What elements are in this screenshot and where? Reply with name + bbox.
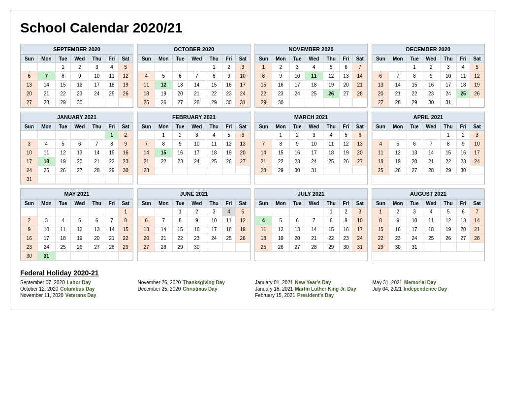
cal-day — [222, 166, 236, 175]
cal-day: 26 — [272, 243, 289, 252]
cal-day: 5 — [339, 131, 353, 140]
cal-day: 10 — [21, 149, 38, 157]
cal-day: 18 — [323, 149, 339, 157]
day-header-thu: Thu — [440, 123, 456, 131]
holiday-column: November 26, 2020Thanksgiving DayDecembe… — [138, 280, 251, 299]
cal-day: 4 — [323, 131, 339, 140]
cal-day: 21 — [422, 157, 440, 166]
cal-day — [353, 166, 367, 175]
day-header-sun: Sun — [21, 55, 38, 63]
cal-day: 29 — [323, 243, 339, 252]
cal-day: 3 — [206, 208, 222, 216]
cal-day: 27 — [290, 243, 305, 252]
day-header-thu: Thu — [89, 200, 105, 208]
cal-day: 18 — [56, 234, 71, 243]
cal-day: 9 — [339, 216, 353, 225]
cal-day: 4 — [206, 131, 222, 140]
cal-day: 17 — [206, 225, 222, 234]
day-header-mon: Mon — [272, 200, 289, 208]
day-header-mon: Mon — [37, 123, 55, 131]
cal-day: 20 — [407, 157, 422, 166]
day-header-sat: Sat — [236, 55, 250, 63]
day-header-tue: Tue — [290, 55, 305, 63]
cal-day: 21 — [188, 90, 206, 98]
day-header-fri: Fri — [222, 55, 236, 63]
cal-day: 16 — [222, 81, 236, 90]
cal-day — [305, 208, 323, 216]
day-header-tue: Tue — [173, 55, 188, 63]
cal-day: 29 — [173, 243, 188, 252]
cal-day: 31 — [21, 175, 38, 184]
cal-day: 20 — [236, 149, 250, 157]
day-header-tue: Tue — [290, 200, 305, 208]
cal-day — [21, 131, 38, 140]
day-header-mon: Mon — [155, 123, 172, 131]
cal-day: 28 — [422, 166, 440, 175]
cal-day: 24 — [290, 90, 305, 98]
cal-day: 17 — [407, 225, 422, 234]
holiday-name: Thanksgiving Day — [183, 280, 225, 285]
cal-day: 14 — [188, 81, 206, 90]
cal-day — [56, 208, 71, 216]
cal-day — [456, 98, 470, 107]
cal-day: 14 — [389, 81, 407, 90]
cal-day — [37, 63, 55, 72]
cal-day: 25 — [323, 157, 339, 166]
cal-day: 14 — [37, 81, 55, 90]
cal-day — [422, 131, 440, 140]
month-title: OCTOBER 2020 — [138, 44, 250, 55]
cal-table: SunMonTueWedThuFriSat1234567891011121314… — [138, 122, 250, 175]
cal-day: 28 — [353, 90, 367, 98]
cal-day — [323, 98, 339, 107]
cal-day: 6 — [173, 72, 188, 81]
page-title: School Calendar 2020/21 — [20, 20, 485, 36]
day-header-mon: Mon — [155, 55, 172, 63]
cal-day: 21 — [89, 157, 105, 166]
cal-day: 12 — [119, 72, 133, 81]
cal-day: 27 — [339, 90, 353, 98]
cal-day: 9 — [188, 216, 206, 225]
cal-day — [105, 98, 119, 107]
cal-day: 30 — [119, 166, 133, 175]
cal-day: 24 — [21, 166, 38, 175]
cal-day: 7 — [422, 140, 440, 149]
cal-day: 19 — [272, 234, 289, 243]
cal-day: 2 — [119, 131, 133, 140]
holiday-entry: May 31, 2021Memorial Day — [373, 280, 485, 285]
cal-day: 27 — [21, 98, 38, 107]
cal-day — [339, 166, 353, 175]
cal-day — [188, 63, 206, 72]
cal-day: 6 — [373, 72, 389, 81]
cal-day: 25 — [105, 90, 119, 98]
month-july-2021: JULY 2021SunMonTueWedThuFriSat1234567891… — [254, 188, 368, 261]
cal-day: 12 — [389, 149, 407, 157]
cal-day: 25 — [305, 90, 323, 98]
cal-day — [119, 175, 133, 184]
cal-day: 15 — [119, 225, 133, 234]
holiday-column: September 07, 2020Labor DayOctober 12, 2… — [20, 280, 133, 299]
cal-day — [37, 175, 55, 184]
cal-day: 18 — [206, 149, 222, 157]
cal-day: 21 — [138, 157, 155, 166]
cal-day: 19 — [323, 81, 339, 90]
day-header-wed: Wed — [188, 55, 206, 63]
cal-day: 12 — [155, 81, 172, 90]
cal-day: 20 — [70, 157, 89, 166]
holiday-date: September 07, 2020 — [20, 280, 65, 285]
cal-day: 27 — [89, 243, 105, 252]
cal-day: 12 — [470, 72, 484, 81]
day-header-sun: Sun — [373, 200, 389, 208]
day-header-tue: Tue — [56, 123, 71, 131]
holiday-entry: February 15, 2021President's Day — [255, 293, 368, 298]
cal-day: 7 — [89, 140, 105, 149]
cal-day — [173, 63, 188, 72]
cal-day: 12 — [56, 149, 71, 157]
cal-day: 24 — [353, 234, 367, 243]
day-header-wed: Wed — [422, 123, 440, 131]
month-title: NOVEMBER 2020 — [255, 44, 367, 55]
cal-day: 29 — [272, 166, 289, 175]
cal-day: 28 — [188, 98, 206, 107]
cal-day: 11 — [255, 225, 272, 234]
day-header-fri: Fri — [339, 55, 353, 63]
month-title: AUGUST 2021 — [372, 189, 484, 199]
